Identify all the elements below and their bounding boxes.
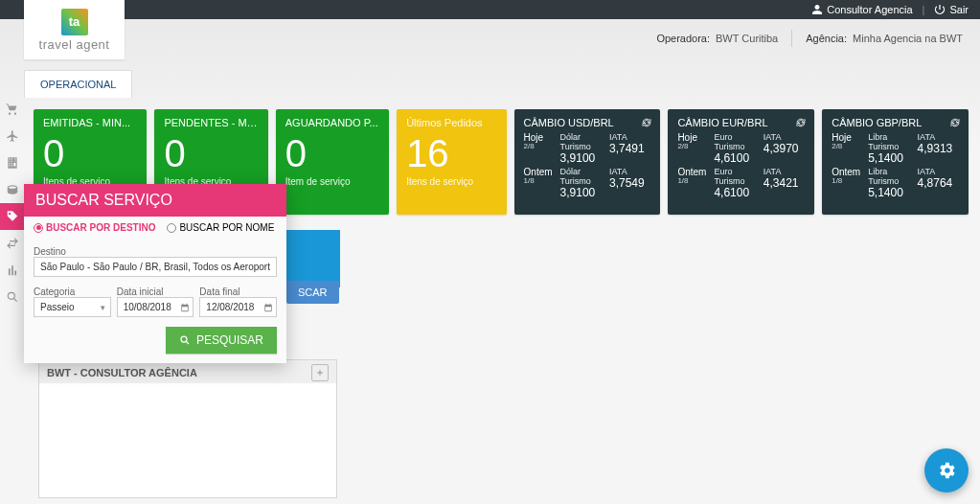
settings-fab[interactable]	[924, 448, 969, 493]
consultant-label: BWT - CONSULTOR AGÊNCIA	[47, 367, 197, 378]
tab-bar: OPERACIONAL	[24, 70, 132, 98]
card-title: PENDENTES - MIN...	[164, 117, 258, 128]
plane-icon	[6, 129, 19, 143]
sidenav-item-plane[interactable]	[0, 123, 24, 149]
refresh-icon[interactable]	[795, 117, 807, 128]
sidenav-item-tag[interactable]	[0, 203, 24, 230]
card-title: Últimos Pedidos	[406, 117, 496, 128]
tab-buscar-por-nome[interactable]: BUSCAR POR NOME	[167, 222, 274, 233]
card-title: AGUARDANDO P...	[285, 117, 379, 128]
card-eur: CÂMBIO EUR/BRL Hoje2/8 Euro Turismo4,610…	[668, 109, 814, 215]
user-link[interactable]: Consultor Agencia	[811, 4, 912, 15]
card-value: 0	[43, 134, 137, 172]
card-sub: Itens de serviço	[406, 176, 496, 187]
search-icon	[179, 334, 191, 346]
calendar-icon	[263, 303, 273, 312]
svg-point-1	[181, 336, 187, 342]
expand-button[interactable]	[311, 364, 329, 381]
card-value: 0	[285, 134, 379, 172]
card-value: 16	[406, 134, 496, 172]
categoria-value[interactable]	[34, 297, 111, 317]
categoria-select[interactable]: ▾	[34, 297, 111, 317]
card-gbp: CÂMBIO GBP/BRL Hoje2/8 Libra Turismo5,14…	[822, 109, 969, 215]
topbar: Consultor Agencia | Sair	[0, 0, 980, 19]
popup-header: BUSCAR SERVIÇO	[24, 184, 286, 217]
refresh-icon[interactable]	[641, 117, 652, 128]
power-icon	[934, 4, 946, 15]
infobar: Operadora: BWT Curitiba Agência: Minha A…	[125, 19, 980, 57]
destino-input[interactable]	[34, 257, 277, 277]
plus-icon	[315, 368, 325, 378]
card-aguardando[interactable]: AGUARDANDO P... 0 Item de serviço	[276, 109, 389, 215]
sidenav-item-coins[interactable]	[0, 176, 24, 203]
logout-label: Sair	[949, 4, 969, 15]
topbar-separator: |	[923, 4, 925, 15]
svg-point-0	[8, 292, 14, 299]
logout-link[interactable]: Sair	[934, 4, 969, 15]
tab-operacional[interactable]: OPERACIONAL	[24, 70, 132, 98]
pesquisar-button[interactable]: PESQUISAR	[166, 327, 277, 354]
exchange-title: CÂMBIO USD/BRL	[524, 117, 651, 128]
card-title: EMITIDAS - MIN...	[43, 117, 137, 128]
card-usd: CÂMBIO USD/BRL Hoje2/8 Dólar Turismo3,91…	[514, 109, 661, 215]
cart-icon	[6, 103, 19, 116]
gears-icon	[936, 460, 957, 481]
sidenav-item-exchange[interactable]	[0, 230, 24, 257]
operadora-value: BWT Curitiba	[716, 33, 778, 44]
tag-icon	[6, 210, 19, 223]
search-icon	[6, 290, 19, 304]
radio-icon	[34, 223, 43, 233]
tab-buscar-por-destino[interactable]: BUSCAR POR DESTINO	[34, 222, 155, 233]
chart-icon	[6, 263, 19, 277]
sidenav	[0, 96, 24, 310]
sidenav-item-chart[interactable]	[0, 257, 24, 284]
buscar-servico-popup: BUSCAR SERVIÇO BUSCAR POR DESTINO BUSCAR…	[24, 184, 286, 363]
exchange-icon	[6, 237, 19, 250]
buscar-button[interactable]: SCAR	[286, 281, 339, 304]
card-sub: Item de serviço	[285, 176, 379, 187]
tab-label: BUSCAR POR NOME	[179, 222, 274, 233]
consultant-panel	[38, 383, 337, 498]
coins-icon	[6, 183, 19, 196]
refresh-icon[interactable]	[949, 117, 961, 128]
logo-text: travel agent	[39, 37, 110, 52]
card-ultimos-pedidos[interactable]: Últimos Pedidos 16 Itens de serviço	[397, 109, 506, 215]
agencia-value: Minha Agencia na BWT	[853, 33, 963, 44]
logo[interactable]: ta travel agent	[24, 0, 125, 59]
tab-label: BUSCAR POR DESTINO	[46, 222, 155, 233]
pesquisar-label: PESQUISAR	[196, 333, 263, 347]
categoria-label: Categoria	[34, 286, 111, 297]
building-icon	[6, 156, 19, 170]
operadora-label: Operadora:	[656, 33, 710, 44]
radio-icon	[167, 223, 176, 233]
data-final-label: Data final	[199, 286, 277, 297]
infobar-divider	[791, 30, 792, 47]
card-value: 0	[164, 134, 258, 172]
user-icon	[811, 4, 823, 15]
sidenav-item-search[interactable]	[0, 284, 24, 310]
consultant-header[interactable]: BWT - CONSULTOR AGÊNCIA	[38, 359, 337, 386]
agencia-label: Agência:	[806, 33, 847, 44]
data-inicial-label: Data inicial	[117, 286, 194, 297]
logo-icon: ta	[61, 9, 88, 35]
user-label: Consultor Agencia	[827, 4, 912, 15]
calendar-icon	[180, 303, 190, 312]
destino-label: Destino	[34, 246, 277, 257]
exchange-title: CÂMBIO GBP/BRL	[832, 117, 959, 128]
popup-body: Destino Categoria ▾ Data inicial Data fi…	[24, 239, 286, 363]
sidenav-item-cart[interactable]	[0, 96, 24, 123]
sidenav-item-building[interactable]	[0, 149, 24, 176]
exchange-title: CÂMBIO EUR/BRL	[677, 117, 805, 128]
popup-tabs: BUSCAR POR DESTINO BUSCAR POR NOME	[24, 217, 286, 239]
